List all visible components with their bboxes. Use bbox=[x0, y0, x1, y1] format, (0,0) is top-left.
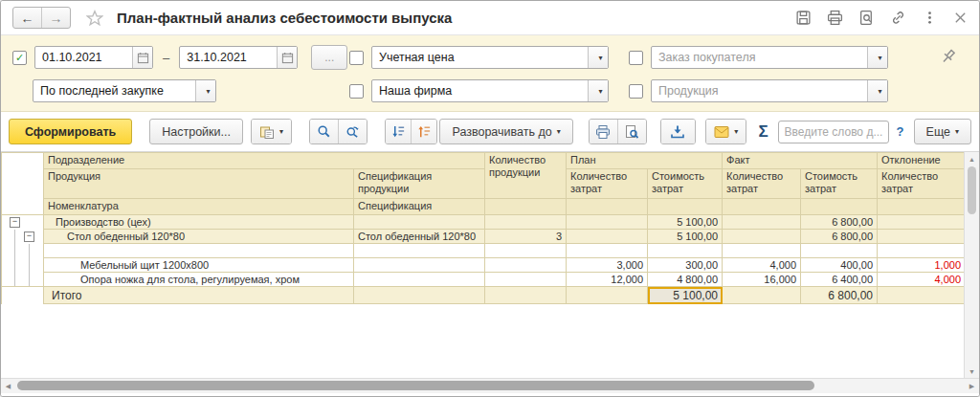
save-result-button[interactable] bbox=[661, 120, 696, 143]
deviation-qty-cell[interactable] bbox=[878, 287, 964, 304]
deviation-qty-cell[interactable] bbox=[878, 244, 964, 258]
print-report-button[interactable] bbox=[590, 120, 617, 143]
quick-search-input[interactable] bbox=[778, 121, 889, 143]
name-cell[interactable] bbox=[44, 244, 354, 258]
spec-cell[interactable] bbox=[354, 244, 485, 258]
period-more-button[interactable]: ... bbox=[311, 45, 347, 70]
col-header-fact[interactable]: Факт bbox=[723, 153, 878, 169]
table-row[interactable]: Опора ножка для стола, регулируемая, хро… bbox=[2, 273, 965, 287]
autosum-icon[interactable]: Σ bbox=[756, 122, 769, 142]
more-actions-button[interactable]: Еще▾ bbox=[914, 119, 971, 144]
price-basis-combo[interactable]: По последней закупке ▾ bbox=[33, 79, 216, 102]
fact-qty-cell[interactable] bbox=[723, 215, 801, 230]
generate-button[interactable]: Сформировать bbox=[9, 119, 132, 144]
table-row[interactable] bbox=[2, 244, 965, 258]
fact-cost-cell[interactable]: 6 800,00 bbox=[801, 230, 878, 244]
scroll-down-arrow[interactable]: ▼ bbox=[965, 364, 979, 378]
col-header-plan-qty[interactable]: Количество затрат bbox=[567, 169, 648, 199]
col-header-spec[interactable]: Спецификация bbox=[354, 199, 485, 215]
expand-groups-button[interactable] bbox=[386, 120, 411, 143]
col-header-qty-production[interactable]: Количество продукции bbox=[485, 153, 567, 199]
report-grid[interactable]: Подразделение Количество продукции План … bbox=[1, 152, 964, 378]
collapse-expander-icon[interactable]: − bbox=[10, 217, 20, 228]
preview-report-button[interactable] bbox=[617, 120, 646, 143]
qty-production-cell[interactable] bbox=[485, 244, 567, 258]
col-header-deviation[interactable]: Отклонение bbox=[878, 153, 964, 169]
find-button[interactable] bbox=[310, 120, 338, 143]
chevron-down-icon[interactable]: ▾ bbox=[588, 47, 608, 68]
qty-production-cell[interactable] bbox=[485, 215, 567, 230]
col-header-nomenclature[interactable]: Номенклатура bbox=[44, 199, 354, 215]
save-icon[interactable] bbox=[795, 10, 812, 26]
production-combo[interactable]: Продукция ▾ bbox=[651, 79, 888, 102]
help-button[interactable]: ? bbox=[897, 124, 904, 139]
fact-cost-cell[interactable]: 6 400,00 bbox=[801, 273, 878, 287]
get-link-icon[interactable] bbox=[890, 10, 906, 26]
total-row[interactable]: Итого5 100,006 800,00 bbox=[2, 287, 965, 304]
chevron-down-icon[interactable]: ▾ bbox=[867, 80, 887, 101]
fact-cost-cell[interactable]: 6 800,00 bbox=[801, 287, 878, 304]
fact-qty-cell[interactable] bbox=[723, 244, 801, 258]
fact-cost-cell[interactable]: 400,00 bbox=[801, 258, 878, 273]
scroll-left-arrow[interactable]: ◀ bbox=[1, 383, 15, 390]
print-icon[interactable] bbox=[827, 10, 843, 26]
plan-cost-cell[interactable]: 5 100,00 bbox=[648, 215, 723, 230]
customer-order-checkbox[interactable] bbox=[629, 51, 643, 65]
fact-cost-cell[interactable] bbox=[801, 244, 878, 258]
fact-qty-cell[interactable]: 16,000 bbox=[723, 273, 801, 287]
plan-cost-cell[interactable]: 300,00 bbox=[648, 258, 723, 273]
chevron-down-icon[interactable]: ▾ bbox=[867, 47, 887, 68]
qty-production-cell[interactable] bbox=[485, 258, 567, 273]
plan-cost-cell[interactable] bbox=[648, 244, 723, 258]
name-cell[interactable]: Производство (цех) bbox=[44, 215, 354, 230]
period-from-field[interactable]: 01.10.2021 bbox=[34, 46, 153, 69]
horizontal-scroll-track[interactable] bbox=[15, 379, 965, 393]
plan-qty-cell[interactable] bbox=[567, 215, 648, 230]
plan-cost-cell[interactable]: 5 100,00 bbox=[648, 230, 723, 244]
chevron-down-icon[interactable]: ▾ bbox=[195, 80, 215, 101]
settings-button[interactable]: Настройки... bbox=[149, 119, 243, 144]
forward-button[interactable]: → bbox=[41, 8, 70, 28]
plan-qty-cell[interactable] bbox=[567, 230, 648, 244]
back-button[interactable]: ← bbox=[13, 8, 41, 28]
name-cell[interactable]: Итого bbox=[44, 287, 354, 304]
production-checkbox[interactable] bbox=[629, 84, 643, 99]
scroll-up-arrow[interactable]: ▲ bbox=[965, 152, 979, 165]
plan-qty-cell[interactable]: 12,000 bbox=[567, 273, 648, 287]
col-header-spec-production[interactable]: Спецификация продукции bbox=[354, 169, 485, 199]
report-variants-button[interactable]: ▾ bbox=[252, 120, 291, 143]
col-header-plan[interactable]: План bbox=[567, 153, 723, 169]
scroll-right-arrow[interactable]: ▶ bbox=[965, 383, 979, 390]
name-cell[interactable]: Мебельный щит 1200х800 bbox=[44, 258, 354, 273]
fact-qty-cell[interactable] bbox=[723, 230, 801, 244]
firm-checkbox[interactable] bbox=[349, 84, 364, 99]
name-cell[interactable]: Опора ножка для стола, регулируемая, хро… bbox=[44, 273, 354, 287]
calendar-icon[interactable] bbox=[132, 47, 152, 68]
deviation-qty-cell[interactable] bbox=[878, 215, 964, 230]
fact-cost-cell[interactable]: 6 800,00 bbox=[801, 215, 878, 230]
deviation-qty-cell[interactable]: 4,000 bbox=[878, 273, 964, 287]
plan-cost-cell[interactable]: 5 100,00 bbox=[648, 287, 723, 304]
expand-to-button[interactable]: Разворачивать до▾ bbox=[439, 119, 572, 144]
spec-cell[interactable] bbox=[354, 215, 485, 230]
table-row[interactable]: Мебельный щит 1200х8003,000300,004,00040… bbox=[2, 258, 965, 273]
qty-production-cell[interactable] bbox=[485, 287, 567, 304]
price-type-combo[interactable]: Учетная цена ▾ bbox=[371, 46, 609, 69]
period-to-field[interactable]: 31.10.2021 bbox=[179, 46, 298, 69]
period-checkbox[interactable]: ✓ bbox=[12, 51, 27, 65]
table-row[interactable]: −Производство (цех)5 100,006 800,00 bbox=[2, 215, 965, 230]
customer-order-combo[interactable]: Заказ покупателя ▾ bbox=[651, 46, 888, 69]
vertical-scroll-thumb[interactable] bbox=[968, 166, 976, 214]
spec-cell[interactable]: Стол обеденный 120*80 bbox=[354, 230, 485, 244]
col-header-department[interactable]: Подразделение bbox=[44, 153, 485, 169]
col-header-dev-qty[interactable]: Количество затрат bbox=[878, 169, 964, 199]
print-preview-icon[interactable] bbox=[858, 10, 875, 26]
horizontal-scrollbar[interactable]: ◀ ▶ bbox=[1, 378, 979, 393]
spec-cell[interactable] bbox=[354, 273, 485, 287]
favorite-star-icon[interactable] bbox=[86, 10, 103, 27]
vertical-scrollbar[interactable]: ▲ ▼ bbox=[964, 152, 979, 378]
horizontal-scroll-thumb[interactable] bbox=[17, 381, 814, 390]
chevron-down-icon[interactable]: ▾ bbox=[588, 80, 608, 101]
plan-qty-cell[interactable] bbox=[567, 244, 648, 258]
fact-qty-cell[interactable] bbox=[723, 287, 801, 304]
